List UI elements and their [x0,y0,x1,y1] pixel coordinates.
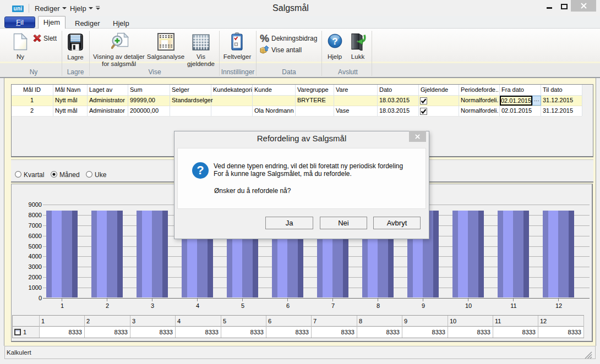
svg-text:?: ? [332,36,337,47]
